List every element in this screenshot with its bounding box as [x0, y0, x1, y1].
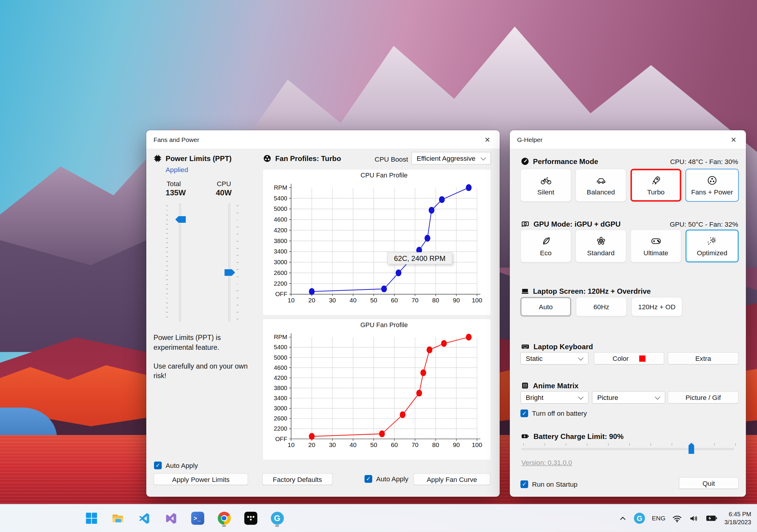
cpu-slider-thumb[interactable]: [225, 269, 235, 276]
clock[interactable]: 6:45 PM 3/18/2023: [724, 510, 751, 527]
tray-date: 3/18/2023: [724, 518, 751, 526]
screen-60hz-button[interactable]: 60Hz: [576, 297, 626, 316]
chrome-icon[interactable]: [215, 509, 233, 527]
total-slider-ticks: [166, 206, 168, 320]
auto-apply-power-checkbox[interactable]: ✓ Auto Apply: [154, 462, 198, 469]
laptop-icon: [521, 287, 529, 295]
svg-text:30: 30: [329, 441, 336, 448]
svg-text:100: 100: [471, 441, 482, 448]
laptop-keyboard-header: Laptop Keyboard: [521, 342, 593, 350]
terminal-icon[interactable]: >_: [188, 509, 207, 527]
total-value: 135W: [166, 188, 186, 197]
total-label: Total: [167, 180, 181, 187]
battery-icon[interactable]: [706, 514, 717, 522]
car-icon: [595, 175, 607, 186]
cpu-label: CPU: [217, 180, 231, 187]
cpu-boost-label: CPU Boost: [375, 155, 408, 163]
svg-text:RPM: RPM: [274, 334, 287, 340]
svg-text:5000: 5000: [274, 354, 287, 361]
matrix-brightness-select[interactable]: Bright: [521, 391, 589, 404]
matrix-content-select[interactable]: Picture: [592, 391, 665, 404]
mode-silent-button[interactable]: Silent: [521, 169, 571, 202]
svg-text:70: 70: [411, 297, 418, 304]
cpu-fan-curve[interactable]: CPU Fan ProfileOFF2200260030003400380042…: [263, 170, 491, 315]
screen-auto-button[interactable]: Auto: [521, 297, 571, 316]
factory-defaults-button[interactable]: Factory Defaults: [262, 473, 333, 485]
mode-turbo-button[interactable]: Turbo: [630, 169, 681, 202]
svg-text:3000: 3000: [274, 405, 287, 411]
gpu-standard-button[interactable]: Standard: [576, 230, 626, 263]
battery-slider-track[interactable]: [522, 448, 734, 450]
gpu-fan-chart[interactable]: GPU Fan ProfileOFF2200260030003400380042…: [263, 320, 491, 460]
ghelper-titlebar[interactable]: G-Helper ×: [510, 130, 746, 149]
mode-balanced-button[interactable]: Balanced: [576, 169, 626, 202]
close-icon[interactable]: ×: [482, 135, 493, 144]
run-on-startup-checkbox[interactable]: ✓ Run on Startup: [521, 480, 578, 488]
gpu-optimized-button[interactable]: Optimized: [686, 230, 739, 263]
vscode-icon[interactable]: [135, 509, 153, 527]
cpu-slider-track[interactable]: [228, 204, 230, 322]
svg-text:5000: 5000: [274, 206, 287, 212]
keyboard-mode-select[interactable]: Static: [521, 352, 589, 365]
flower-icon: [595, 235, 607, 247]
apply-fan-curve-button[interactable]: Apply Fan Curve: [413, 473, 491, 485]
matrix-picture-gif-button[interactable]: Picture / Gif: [668, 391, 739, 404]
svg-text:40: 40: [349, 441, 356, 448]
fan-icon: [706, 175, 718, 186]
keyboard-extra-button[interactable]: Extra: [668, 352, 739, 365]
svg-text:4600: 4600: [274, 216, 287, 223]
svg-text:4200: 4200: [274, 375, 287, 381]
cpu-fan-chart[interactable]: CPU Fan ProfileOFF2200260030003400380042…: [263, 170, 491, 315]
ghelper-tray-icon[interactable]: G: [634, 513, 645, 524]
gpu-fan-curve[interactable]: GPU Fan ProfileOFF2200260030003400380042…: [263, 320, 491, 460]
screen-option-buttons: Auto 60Hz 120Hz + OD: [521, 297, 682, 316]
svg-text:90: 90: [453, 441, 460, 448]
cpu-boost-select[interactable]: Efficient Aggressive: [411, 152, 491, 164]
svg-text:3800: 3800: [274, 238, 287, 244]
cpu-slider-ticks: [237, 206, 238, 320]
svg-text:3000: 3000: [274, 259, 287, 266]
start-icon[interactable]: [82, 509, 100, 527]
visual-studio-icon[interactable]: [162, 509, 180, 527]
rocket-icon: [650, 175, 662, 186]
cpu-temp-status: CPU: 48°C - Fan: 30%: [670, 158, 738, 165]
chip-icon: [153, 154, 162, 162]
tray-time: 6:45 PM: [724, 510, 751, 518]
ghelper-icon[interactable]: G: [268, 509, 286, 527]
keyboard-icon: [521, 342, 530, 350]
wifi-icon[interactable]: [672, 514, 682, 522]
ghelper-title: G-Helper: [517, 136, 542, 143]
auto-apply-fan-checkbox[interactable]: ✓ Auto Apply: [364, 475, 409, 483]
svg-text:20: 20: [308, 297, 315, 304]
svg-text:40: 40: [349, 297, 356, 304]
close-icon[interactable]: ×: [728, 135, 739, 144]
svg-text:RPM: RPM: [274, 184, 287, 191]
svg-text:60: 60: [391, 441, 398, 448]
chevron-up-icon[interactable]: [619, 514, 627, 522]
svg-text:3400: 3400: [274, 395, 287, 401]
svg-text:2600: 2600: [274, 415, 287, 422]
svg-text:50: 50: [370, 297, 377, 304]
keyboard-color-button[interactable]: Color: [594, 352, 664, 365]
mode-fans-power-button[interactable]: Fans + Power: [686, 169, 739, 202]
running-indicator: [222, 525, 226, 526]
svg-text:10: 10: [288, 297, 295, 304]
file-explorer-icon[interactable]: [109, 509, 127, 527]
power-limits-note-2: Use carefully and on your own risk!: [153, 361, 250, 380]
version-link[interactable]: Version: 0.31.0.0: [522, 459, 572, 466]
gpu-eco-button[interactable]: Eco: [521, 230, 571, 263]
gpu-ultimate-button[interactable]: Ultimate: [630, 230, 681, 263]
svg-text:60: 60: [391, 297, 398, 304]
total-slider-thumb[interactable]: [175, 216, 186, 223]
apply-power-limits-button[interactable]: Apply Power Limits: [153, 473, 248, 485]
svg-text:2200: 2200: [274, 280, 287, 287]
tidal-icon[interactable]: [241, 509, 260, 527]
volume-icon[interactable]: [689, 514, 699, 522]
quit-button[interactable]: Quit: [679, 477, 739, 489]
fans-window-titlebar[interactable]: Fans and Power ×: [146, 130, 500, 149]
language-indicator[interactable]: ENG: [652, 515, 666, 522]
turn-off-on-battery-checkbox[interactable]: ✓ Turn off on battery: [521, 409, 587, 417]
gpu-card-icon: [521, 220, 530, 228]
screen-120hz-od-button[interactable]: 120Hz + OD: [631, 297, 682, 316]
fans-and-power-window: Fans and Power × Power Limits (PPT) Appl…: [146, 130, 500, 497]
